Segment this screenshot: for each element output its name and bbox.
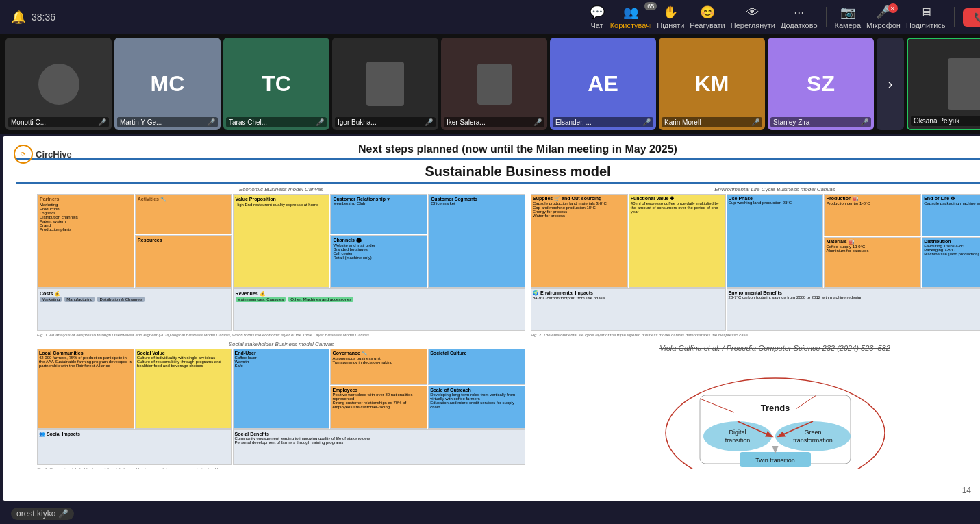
participant-tile[interactable]: SZ Stanley Zira 🎤 — [768, 38, 874, 130]
participant-initials: AE — [588, 71, 618, 97]
bmc-cell-social-value: Social Value Culture of individuality wi… — [135, 349, 232, 429]
participant-initials: SZ — [807, 71, 835, 97]
fig2-caption: Fig. 2. The environmental life cycle lay… — [531, 333, 980, 337]
svg-text:Trends: Trends — [760, 403, 790, 413]
env-cell-end-of-life: End-of-Life ♻ Capsule packaging machine … — [922, 194, 980, 236]
participant-avatar: AE — [550, 38, 656, 130]
env-bmc-label: Environmental Life Cycle Business model … — [531, 186, 980, 192]
react-button[interactable]: 😊 Реагувати — [690, 5, 725, 29]
more-icon: ··· — [794, 5, 804, 20]
slide-subtitle: Sustainable Business model — [425, 164, 610, 179]
svg-line-15 — [796, 395, 816, 409]
top-controls: 💬 Чат 👥 65 Користувачі ✋ Підняти 😊 Реагу… — [590, 5, 980, 29]
bmc-cell-social-benefits: Social Benefits Community engagement lea… — [233, 429, 525, 465]
bmc-cell-vp: Value Proposition High End restaurant qu… — [233, 194, 330, 288]
paper-citation: Viola Gallina et al. / Procedia Computer… — [531, 344, 980, 352]
participant-tile[interactable]: MC Martin Y Ge... 🎤 — [114, 38, 221, 130]
mic-status-icon: 🎤 — [860, 118, 868, 126]
env-cell-materials: Materials 🏭 Coffee supply 13-9°CAluminiu… — [824, 237, 921, 287]
mic-status-icon: 🎤 — [533, 118, 542, 126]
slide-area: ⟳ CircHive Next steps planned (now until… — [3, 136, 980, 501]
fig1-caption: Fig. 1. An analysis of Nespresso through… — [37, 333, 525, 337]
camera-button[interactable]: 📷 Камера — [835, 5, 861, 29]
participant-name: Monotti C... 🎤 — [8, 117, 109, 127]
svg-text:Green: Green — [804, 429, 821, 436]
env-cell-env-impacts: 🌍 Environmental Impacts 84-9°C carbon fo… — [531, 288, 726, 331]
bmc-cell-end-user: End-User Coffee loverWarmthSafe — [233, 349, 330, 429]
trends-svg: Trends Digital transition Green transfor… — [659, 358, 892, 469]
participant-tile[interactable]: Iker Salera... 🎤 — [441, 38, 547, 130]
trends-diagram: Trends Digital transition Green transfor… — [531, 358, 980, 469]
mic-status-icon: 🎤 — [751, 118, 759, 126]
participant-initials: MC — [151, 71, 185, 97]
bmc-cell-channels: Channels ⬤ Website and mail orderBranded… — [330, 235, 427, 288]
env-cell-distribution: Distribution Favouring Trains 4-8°CPacka… — [922, 237, 980, 287]
users-label: Користувачі — [610, 21, 652, 29]
chat-button[interactable]: 💬 Чат — [590, 5, 605, 29]
participant-initials: TC — [262, 71, 291, 97]
bmc-cell-social-impacts: 👥 Social Impacts — [37, 429, 232, 465]
participant-name: Igor Bukha... 🎤 — [335, 117, 436, 127]
social-bmc-label: Social stakeholder Business model Canvas — [37, 341, 525, 347]
bmc-cell-cr: Customer Relationship ♥ Membership Club — [330, 194, 427, 234]
participant-avatar: KM — [659, 38, 765, 130]
mic-status-icon: 🎤 — [642, 118, 651, 126]
logo-circle: ⟳ — [14, 145, 33, 164]
bmc-cell-governance: Governance 🔧 Autonomous business unitTra… — [330, 349, 427, 385]
raise-hand-button[interactable]: ✋ Підняти — [657, 5, 684, 29]
mic-status-icon: 🎤 — [207, 118, 215, 126]
mic-muted-indicator: ✕ — [888, 3, 898, 13]
notification-icon[interactable]: 🔔 — [11, 10, 26, 25]
bottom-user-label: orest.kiyko 🎤 — [11, 508, 74, 520]
participants-strip: Monotti C... 🎤 MC Martin Y Ge... 🎤 TC Ta… — [0, 34, 980, 134]
view-button[interactable]: 👁 Переглянути — [731, 5, 775, 29]
camera-icon: 📷 — [840, 5, 855, 20]
participant-tile[interactable]: TC Taras Chel... 🎤 — [223, 38, 329, 130]
participant-name: Stanley Zira 🎤 — [770, 117, 871, 127]
participant-tile[interactable]: KM Karin Morell 🎤 — [659, 38, 765, 130]
page-number: 14 — [962, 486, 971, 495]
view-label: Переглянути — [731, 21, 775, 29]
users-icon: 👥 — [623, 5, 638, 20]
participant-name: Taras Chel... 🎤 — [226, 117, 327, 127]
right-column: Environmental Life Cycle Business model … — [531, 186, 980, 469]
bottom-bar: orest.kiyko 🎤 — [0, 503, 980, 524]
slide-title: Next steps planned (now until the Milan … — [3, 136, 980, 158]
react-label: Реагувати — [690, 21, 725, 29]
more-button[interactable]: ··· Додатково — [781, 5, 818, 29]
participant-name: Elsander, ... 🎤 — [553, 117, 653, 127]
svg-text:transformation: transformation — [793, 437, 833, 444]
participant-name: Iker Salera... 🎤 — [444, 117, 544, 127]
bmc-cell-activities: Activities 🔧 — [135, 194, 232, 234]
users-button[interactable]: 👥 65 Користувачі — [610, 5, 652, 29]
participant-name: Karin Morell 🎤 — [662, 117, 762, 127]
fig3-caption: Fig. 3. The social stakeholder layer of … — [37, 467, 525, 469]
top-bar-left: 🔔 38:36 — [11, 10, 55, 25]
participant-initials: KM — [695, 71, 729, 97]
svg-line-14 — [700, 399, 734, 412]
economic-bmc-label: Economic Business model Canvas — [37, 186, 525, 192]
participant-tile[interactable]: Igor Bukha... 🎤 — [332, 38, 438, 130]
env-cell-supplies: Supplies 🛒 and Out-sourcing Capsule prod… — [531, 194, 628, 288]
bmc-cell-employees: Employees Positive workplace with over 8… — [330, 386, 427, 429]
participant-tile[interactable]: Oksana Pelyuk 🎤 — [907, 38, 980, 130]
microphone-button[interactable]: 🎤 ✕ Мікрофон — [866, 5, 901, 29]
top-bar: 🔔 38:36 💬 Чат 👥 65 Користувачі ✋ Підняти… — [0, 0, 980, 34]
participant-tile[interactable]: Monotti C... 🎤 — [5, 38, 112, 130]
svg-point-6 — [775, 421, 851, 451]
svg-text:Twin transition: Twin transition — [755, 457, 795, 464]
raise-hand-label: Підняти — [657, 21, 684, 29]
exit-button[interactable]: 📞 Вийти — [963, 8, 980, 27]
timer-display: 38:36 — [32, 12, 55, 23]
chat-label: Чат — [591, 21, 603, 29]
users-badge: 65 — [644, 2, 657, 10]
svg-text:transition: transition — [725, 437, 750, 444]
bmc-cell-scale-outreach: Scale of Outreach Developing long-term r… — [428, 386, 525, 429]
react-icon: 😊 — [700, 5, 715, 20]
microphone-label: Мікрофон — [866, 21, 901, 29]
svg-text:Digital: Digital — [729, 429, 746, 436]
share-icon: 🖥 — [920, 5, 932, 20]
participant-tile[interactable]: AE Elsander, ... 🎤 — [550, 38, 656, 130]
share-button[interactable]: 🖥 Поділитись — [906, 5, 946, 29]
more-participants-button[interactable]: › — [877, 38, 904, 130]
